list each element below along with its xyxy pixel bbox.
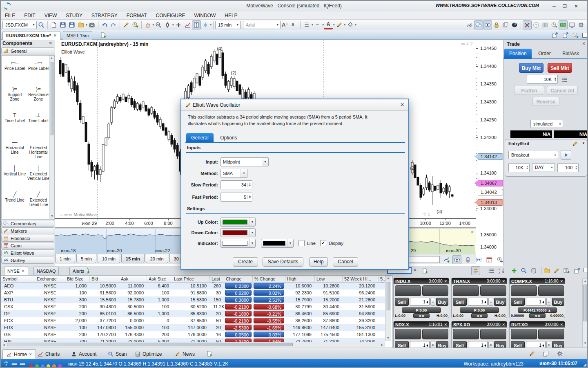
replay-icon[interactable] <box>550 20 559 29</box>
ask-button[interactable] <box>538 285 564 296</box>
link-dot[interactable] <box>58 364 62 368</box>
table-row[interactable]: AXPNYSE10091.560092.000010091.8800300.02… <box>1 289 385 296</box>
menu-item-view[interactable]: VIEW <box>45 13 57 18</box>
buy-button[interactable]: Buy <box>552 341 564 348</box>
timeframe-5min[interactable]: 5 min <box>76 254 96 263</box>
column-header-ask[interactable]: Ask <box>119 276 147 283</box>
lock-chart-icon[interactable] <box>492 20 501 29</box>
close-icon[interactable]: ✕ <box>442 323 449 327</box>
column-header-bid-size[interactable]: Bid Size <box>65 276 90 283</box>
visibility-icon[interactable] <box>483 20 492 29</box>
link-dot[interactable] <box>47 364 50 368</box>
down-color-picker[interactable]: ▼ <box>220 228 256 237</box>
link-dot[interactable] <box>41 364 45 368</box>
resize-grip[interactable]: ◢ <box>583 362 586 367</box>
component-item[interactable]: ŦTime Label <box>3 112 26 123</box>
timeframe-10min[interactable]: 10 min <box>98 254 120 263</box>
up-color-picker[interactable]: ▼ <box>220 218 256 227</box>
help-icon[interactable]: ? <box>532 20 541 29</box>
tab-bidask[interactable]: Bid/Ask <box>557 49 584 58</box>
chart-study-label[interactable]: Elliott Wave <box>61 49 85 54</box>
new-page-icon[interactable] <box>205 349 214 358</box>
duplicate-tab-icon[interactable] <box>561 31 570 40</box>
settings-gear-icon[interactable] <box>577 20 586 29</box>
mobile-alerts-icon[interactable] <box>463 255 472 264</box>
menu-item-edit[interactable]: EDIT <box>24 13 35 18</box>
menu-item-help[interactable]: HELP <box>225 13 237 18</box>
barsize-combobox[interactable]: 15 min▼ <box>215 21 241 29</box>
font-increase-icon[interactable]: A⁺ <box>281 20 290 29</box>
reverse-button[interactable]: Reverse <box>532 97 559 106</box>
new-tile-tab-icon[interactable] <box>421 266 430 275</box>
group-fibonacci[interactable]: Fibonacci <box>1 235 54 242</box>
import-list-icon[interactable] <box>542 266 551 275</box>
text-color-icon[interactable]: A <box>324 20 333 29</box>
maximize-button[interactable]: ❐ <box>560 2 569 10</box>
price-axis[interactable]: 1.344501.344001.343501.343001.342501.342… <box>476 40 503 219</box>
column-header-exchange[interactable]: Exchange <box>35 276 65 283</box>
buy-mkt-button[interactable]: Buy Mkt <box>519 63 543 73</box>
chevron-down-icon[interactable]: ▼ <box>582 141 585 145</box>
chart-style-icon[interactable] <box>183 20 192 29</box>
close-icon[interactable]: ✕ <box>558 279 565 283</box>
overview-right[interactable]: 29июл-30 ✕ <box>409 229 476 254</box>
detach-tab-icon[interactable] <box>550 31 559 40</box>
column-header-5-[interactable]: 5.. <box>379 276 385 283</box>
qty-presets-icon[interactable]: ≡ <box>546 298 551 306</box>
layers-icon[interactable] <box>501 20 510 29</box>
add-icon[interactable] <box>174 20 183 29</box>
ask-button[interactable] <box>538 329 564 339</box>
table-row[interactable]: AEONYSE1,00010.500011.00006,40010.510026… <box>1 283 385 289</box>
line-width-icon[interactable]: ☰ <box>302 20 311 29</box>
bid-button[interactable] <box>453 285 479 296</box>
workspace-icon[interactable] <box>568 20 577 29</box>
column-header-symbol[interactable]: Symbol <box>1 276 35 283</box>
column-header-52-week-hi-[interactable]: 52 Week Hi... <box>343 276 379 283</box>
close-icon[interactable]: ✕ <box>471 230 474 234</box>
quote-tile-indu.x[interactable]: INDU.X3:00:00✕Sell1♦≡BuyP:0.00L:0.000.0H… <box>393 278 449 318</box>
tab-msft[interactable]: MSFT 15m <box>63 31 92 40</box>
account-combobox[interactable]: simulated▼ <box>530 120 563 128</box>
dialog-titlebar[interactable]: Elliott Wave Oscillator ✕ <box>181 99 408 111</box>
zoom-out-icon[interactable] <box>154 20 163 29</box>
watchlist-hscrollbar[interactable]: ◄ ► <box>1 342 385 347</box>
table-row[interactable]: BTUNYSE30015.560015.78001,00015.53001500… <box>1 296 385 303</box>
entry-qty-stepper[interactable]: 10K▲▼ <box>508 163 530 172</box>
close-icon[interactable]: ✕ <box>400 102 404 108</box>
preview-icon[interactable] <box>452 255 461 264</box>
minimize-button[interactable]: ─ <box>550 2 559 10</box>
search-symbol-icon[interactable] <box>519 266 528 275</box>
mid-button[interactable]: 0.0 <box>413 313 430 318</box>
method-combobox[interactable]: SMA▼ <box>220 169 247 178</box>
page-settings-icon[interactable] <box>555 349 564 358</box>
edit-page-icon[interactable] <box>528 349 537 358</box>
column-header--change[interactable]: % Change <box>253 276 285 283</box>
chart-search-field[interactable] <box>405 256 440 263</box>
open-icon[interactable] <box>76 20 85 29</box>
flatten-button[interactable]: Flatten <box>514 86 544 95</box>
tools-icon[interactable] <box>523 20 532 29</box>
edit-list-icon[interactable] <box>552 266 561 275</box>
indicator-combobox[interactable]: ▼ <box>220 239 256 248</box>
redo-icon[interactable] <box>109 20 118 29</box>
bid-button[interactable] <box>395 285 421 296</box>
table-row[interactable]: CSXNYSE20030.430030.500010030.520011.2K-… <box>1 303 385 310</box>
add-study-icon[interactable] <box>442 255 451 264</box>
sell-button[interactable]: Sell <box>395 298 409 306</box>
column-header-change[interactable]: Change <box>224 276 253 283</box>
mid-button[interactable]: 0.0 <box>471 313 488 318</box>
quote-tile-tran.x[interactable]: TRAN.X3:00:00✕Sell1♦≡BuyP:0.00L:0.000.0H… <box>451 278 507 318</box>
close-button[interactable]: ✕ <box>572 2 581 10</box>
column-header-low[interactable]: Low <box>315 276 343 283</box>
search-icon[interactable] <box>37 20 46 29</box>
save-icon[interactable] <box>58 20 67 29</box>
ask-button[interactable] <box>422 329 448 339</box>
column-header-last-price[interactable]: Last Price <box>172 276 210 283</box>
quantity-presets-icon[interactable] <box>560 75 569 84</box>
close-icon[interactable]: ✕ <box>29 352 32 357</box>
menu-item-configure[interactable]: CONFIGURE <box>156 13 185 18</box>
sell-button[interactable]: Sell <box>395 341 409 348</box>
flip-mode-icon[interactable] <box>471 266 480 275</box>
timeframe-15min[interactable]: 15 min <box>121 254 145 263</box>
qty-presets-icon[interactable]: ≡ <box>546 341 551 348</box>
